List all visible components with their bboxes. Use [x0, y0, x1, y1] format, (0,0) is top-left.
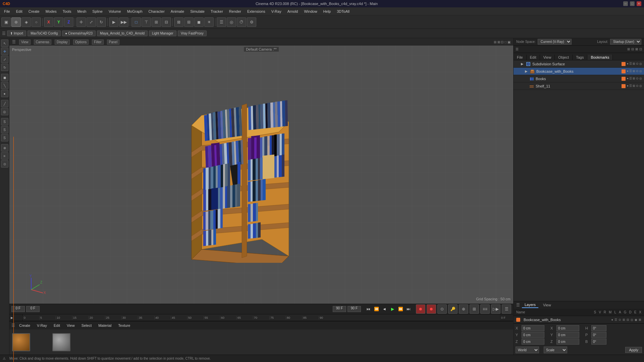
item-lock-1[interactable]: ☰ [629, 69, 632, 73]
layer-def-icon[interactable]: ◎ [631, 318, 633, 321]
item-lock-2[interactable]: ☰ [629, 77, 632, 81]
material-thumb-1[interactable] [52, 333, 70, 351]
item-extra-2[interactable]: ⊙ [636, 77, 639, 81]
item-extra-3[interactable]: ⊙ [636, 84, 639, 88]
render-view-btn[interactable]: ▶ [109, 17, 118, 27]
select-tool[interactable]: ↖ [1, 40, 8, 47]
item-vis-0[interactable]: ● [627, 62, 629, 66]
menu-create[interactable]: Create [26, 9, 42, 14]
item-more-0[interactable]: ⊞ [633, 62, 635, 66]
item-lock-0[interactable]: ☰ [629, 62, 632, 66]
anim2-btn[interactable]: ⊕ [459, 304, 468, 314]
item-extra-1[interactable]: ⊙ [636, 69, 639, 73]
p-input[interactable] [591, 332, 606, 338]
total-frames[interactable]: 90 F [347, 306, 361, 312]
item-more-2[interactable]: ⊞ [633, 77, 635, 81]
vp-panel-btn[interactable]: Panel [107, 40, 120, 45]
edit-menu[interactable]: Edit [51, 323, 63, 328]
tab-tags[interactable]: Tags [573, 55, 587, 60]
menu-edit[interactable]: Edit [13, 9, 25, 14]
material-thumb-0[interactable] [12, 333, 30, 351]
x-rot-input[interactable] [556, 325, 579, 331]
menu-extensions[interactable]: Extensions [245, 9, 268, 14]
z-axis-btn[interactable]: Z [64, 17, 73, 27]
grid-btn[interactable]: ⊞ [184, 17, 194, 27]
menu-tools[interactable]: Tools [60, 9, 74, 14]
layer-expr-icon[interactable]: ◉ [635, 318, 637, 321]
ik-btn[interactable]: ⊞ [470, 304, 479, 314]
polygon-tool[interactable]: ◼ [1, 74, 8, 81]
max-to-c4d-btn[interactable]: MaxToC4D Config [28, 31, 61, 36]
z-rot-input[interactable] [556, 339, 579, 345]
select-menu[interactable]: Select [79, 323, 95, 328]
play-btn[interactable]: ▶ [389, 306, 396, 312]
layer-vis-icon[interactable]: ● [611, 318, 613, 321]
sculpt-s3[interactable]: S [1, 134, 8, 141]
playhead[interactable] [13, 314, 14, 321]
edit-mode-btn[interactable]: ○ [32, 17, 41, 27]
vp-display-btn[interactable]: Display [55, 40, 70, 45]
y-pos-input[interactable] [522, 332, 544, 338]
x-pos-input[interactable]: 0 cm [522, 325, 544, 331]
y-axis-btn[interactable]: Y [54, 17, 63, 27]
view-tab[interactable]: View [540, 302, 554, 308]
scene-item-books[interactable]: Books ● ☰ ⊞ ⊙ ◎ [514, 75, 644, 82]
layer-anim-icon[interactable]: ⊞ [623, 318, 625, 321]
shader-tool[interactable]: ⊕ [1, 144, 8, 152]
vray-fastproxy-btn[interactable]: Vray FastProxy [178, 31, 207, 36]
vp-view-btn[interactable]: View [19, 40, 31, 45]
render-scene-btn[interactable]: ▶▶ [119, 17, 128, 27]
sculpt-s2[interactable]: S [1, 126, 8, 133]
record-btn[interactable]: ⏺ [416, 304, 425, 314]
item-extra2-0[interactable]: ◎ [639, 62, 642, 66]
anim-btn[interactable]: ⏱ [237, 17, 246, 27]
snap-btn[interactable]: ⊠ [174, 17, 183, 27]
menu-window[interactable]: Window [301, 9, 320, 14]
menu-character[interactable]: Character [146, 9, 167, 14]
model-mode-btn[interactable]: ▣ [1, 17, 11, 27]
move-tool-btn[interactable]: ✛ [76, 17, 86, 27]
menu-file[interactable]: File [1, 9, 13, 14]
tab-file[interactable]: File [514, 55, 527, 60]
goto-start-btn[interactable]: ⏮ [365, 306, 372, 312]
b-input[interactable] [591, 339, 606, 345]
tab-view[interactable]: View [540, 55, 555, 60]
vray-menu[interactable]: V-Ray [34, 323, 50, 328]
item-lock-3[interactable]: ☰ [629, 84, 632, 88]
tab-edit[interactable]: Edit [527, 55, 540, 60]
side-view-btn[interactable]: ⊟ [162, 17, 171, 27]
close-button[interactable]: ✕ [637, 1, 641, 6]
scale-dropdown[interactable]: Scale [544, 347, 567, 353]
object-list-btn[interactable]: ☰ [217, 17, 226, 27]
menu-volume[interactable]: Volume [106, 9, 124, 14]
item-extra2-1[interactable]: ◎ [639, 69, 642, 73]
step-back-btn[interactable]: ⏪ [373, 306, 380, 312]
y-rot-input[interactable] [556, 332, 579, 338]
top-view-btn[interactable]: ⊤ [142, 17, 151, 27]
goto-end-btn[interactable]: ⏭ [405, 306, 412, 312]
scale-tool-btn[interactable]: ⤢ [87, 17, 96, 27]
minimize-button[interactable]: ─ [623, 1, 628, 6]
rotate-tool[interactable]: ↻ [1, 64, 8, 71]
import-btn[interactable]: ⬆ Import [7, 31, 26, 36]
snap-anim-btn[interactable]: ⊙ [437, 304, 447, 314]
item-extra-0[interactable]: ⊙ [636, 62, 639, 66]
view-menu[interactable]: View [64, 323, 77, 328]
item-more-1[interactable]: ⊞ [633, 69, 635, 73]
fx-tool[interactable]: ≡ [1, 152, 8, 160]
menu-vray[interactable]: V-Ray [269, 9, 284, 14]
point-tool[interactable]: ● [1, 90, 8, 97]
obj-tool[interactable]: ⊙ [1, 160, 8, 168]
menu-tracker[interactable]: Tracker [208, 9, 226, 14]
viewport[interactable]: ☰ View Cameras Display Options Filter Pa… [9, 38, 513, 304]
layout-dropdown[interactable]: Startup (User) [610, 39, 641, 45]
vp-cameras-btn[interactable]: Cameras [34, 40, 52, 45]
light-manager-btn[interactable]: Light Manager [149, 31, 176, 36]
menu-mograph[interactable]: MoGraph [124, 9, 145, 14]
perspective-view-btn[interactable]: □ [131, 17, 141, 27]
vp-options-btn[interactable]: Options [73, 40, 89, 45]
motion-btn[interactable]: ≡≡ [480, 304, 490, 314]
fps-display[interactable]: 0 F [26, 306, 40, 312]
maximize-button[interactable]: □ [630, 1, 635, 6]
display-btn[interactable]: ◼ [194, 17, 204, 27]
